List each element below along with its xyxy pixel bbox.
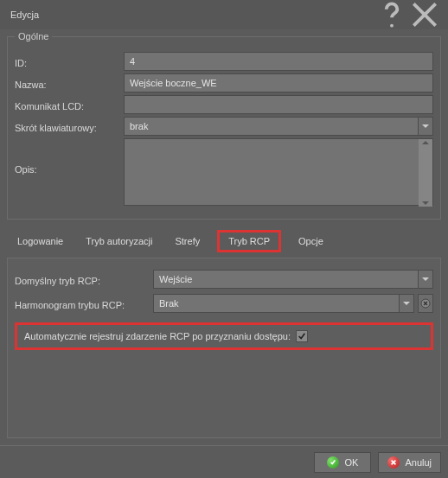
auto-register-label: Automatycznie rejestruj zdarzenie RCP po… bbox=[24, 331, 291, 341]
id-label: ID: bbox=[15, 54, 124, 68]
default-rcp-label: Domyślny tryb RCP: bbox=[15, 272, 153, 286]
row-desc: Opis: bbox=[15, 138, 433, 207]
cancel-icon bbox=[387, 456, 400, 468]
tab-strefy[interactable]: Strefy bbox=[170, 233, 205, 250]
scroll-up-icon bbox=[422, 141, 429, 144]
tab-tryb-autoryzacji[interactable]: Tryb autoryzacji bbox=[80, 233, 157, 250]
help-button[interactable] bbox=[375, 3, 408, 27]
sched-rcp-select[interactable] bbox=[153, 294, 414, 313]
scroll-down-icon bbox=[422, 201, 429, 205]
lcd-input[interactable] bbox=[124, 95, 433, 114]
cancel-button[interactable]: Anuluj bbox=[378, 452, 441, 473]
dialog-window: Edycja Ogólne ID: Nazwa: Komunikat LCD: bbox=[0, 0, 448, 478]
desc-textarea[interactable] bbox=[124, 138, 433, 206]
titlebar: Edycja bbox=[0, 0, 448, 29]
auto-register-row: Automatycznie rejestruj zdarzenie RCP po… bbox=[15, 322, 433, 350]
tab-tryb-rcp[interactable]: Tryb RCP bbox=[217, 230, 281, 252]
row-lcd: Komunikat LCD: bbox=[15, 95, 433, 114]
row-default-rcp: Domyślny tryb RCP: bbox=[15, 270, 433, 289]
general-group: Ogólne ID: Nazwa: Komunikat LCD: Skrót k… bbox=[7, 36, 441, 220]
svg-point-0 bbox=[390, 24, 394, 28]
close-button[interactable] bbox=[408, 3, 441, 27]
lcd-label: Komunikat LCD: bbox=[15, 98, 124, 112]
clear-icon bbox=[420, 298, 431, 309]
help-icon bbox=[375, 0, 408, 31]
shortcut-select[interactable] bbox=[124, 117, 433, 136]
ok-label: OK bbox=[344, 457, 358, 468]
row-shortcut: Skrót klawiaturowy: bbox=[15, 117, 433, 136]
shortcut-label: Skrót klawiaturowy: bbox=[15, 119, 124, 133]
row-sched-rcp: Harmonogram trybu RCP: bbox=[15, 294, 433, 313]
name-label: Nazwa: bbox=[15, 76, 124, 90]
tab-logowanie[interactable]: Logowanie bbox=[12, 233, 68, 250]
footer: OK Anuluj bbox=[0, 445, 448, 478]
dialog-body: Ogólne ID: Nazwa: Komunikat LCD: Skrót k… bbox=[0, 29, 448, 445]
ok-button[interactable]: OK bbox=[314, 452, 371, 473]
sched-rcp-label: Harmonogram trybu RCP: bbox=[15, 296, 153, 310]
name-input[interactable] bbox=[124, 73, 433, 92]
close-icon bbox=[408, 0, 441, 31]
cancel-label: Anuluj bbox=[405, 457, 432, 468]
id-input[interactable] bbox=[124, 52, 433, 71]
default-rcp-select[interactable] bbox=[153, 270, 433, 289]
row-id: ID: bbox=[15, 52, 433, 71]
tab-bar: Logowanie Tryb autoryzacji Strefy Tryb R… bbox=[7, 226, 441, 258]
ok-icon bbox=[327, 456, 339, 468]
window-title: Edycja bbox=[10, 10, 375, 20]
clear-sched-button[interactable] bbox=[418, 294, 433, 313]
auto-register-checkbox[interactable] bbox=[296, 330, 308, 342]
scrollbar[interactable] bbox=[419, 139, 432, 207]
desc-label: Opis: bbox=[15, 138, 124, 175]
tab-opcje[interactable]: Opcje bbox=[293, 233, 329, 250]
row-name: Nazwa: bbox=[15, 73, 433, 92]
check-icon bbox=[298, 332, 306, 341]
general-legend: Ogólne bbox=[15, 31, 52, 41]
tab-panel-rcp: Domyślny tryb RCP: Harmonogram trybu RCP… bbox=[7, 258, 441, 438]
